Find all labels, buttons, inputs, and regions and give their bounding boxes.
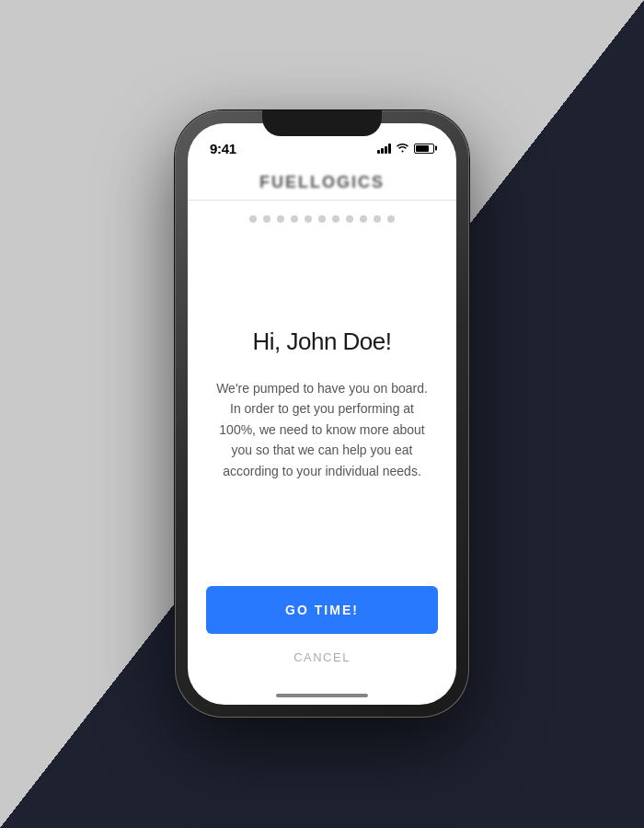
progress-dot-3 <box>277 215 284 223</box>
progress-dot-9 <box>360 215 367 223</box>
go-time-button[interactable]: GO TIME! <box>206 586 438 634</box>
progress-dots <box>188 201 456 237</box>
wifi-icon <box>396 142 409 155</box>
progress-dot-8 <box>346 215 353 223</box>
phone-screen: 9:41 FuelL <box>188 123 456 705</box>
progress-dot-1 <box>249 215 257 223</box>
status-time: 9:41 <box>210 141 236 156</box>
progress-dot-5 <box>305 215 312 223</box>
phone-notch <box>262 110 382 136</box>
progress-dot-7 <box>332 215 339 223</box>
phone-device: 9:41 FuelL <box>175 110 469 718</box>
progress-dot-2 <box>263 215 270 223</box>
progress-dot-4 <box>291 215 298 223</box>
cancel-button[interactable]: CANCEL <box>206 638 438 677</box>
main-content: Hi, John Doe! We're pumped to have you o… <box>188 237 456 571</box>
progress-dot-6 <box>318 215 326 223</box>
progress-dot-10 <box>374 215 381 223</box>
app-content: FuelLogics Hi, John Doe! We're pumped to <box>188 164 456 705</box>
greeting-title: Hi, John Doe! <box>252 328 391 356</box>
bottom-buttons: GO TIME! CANCEL <box>188 571 456 705</box>
progress-dot-11 <box>387 215 395 223</box>
app-logo: FuelLogics <box>259 173 385 192</box>
app-header: FuelLogics <box>188 164 456 201</box>
battery-icon <box>414 144 434 154</box>
greeting-body: We're pumped to have you on board. In or… <box>215 378 429 481</box>
home-indicator <box>276 694 368 697</box>
signal-icon <box>377 144 391 154</box>
status-icons <box>377 142 434 155</box>
